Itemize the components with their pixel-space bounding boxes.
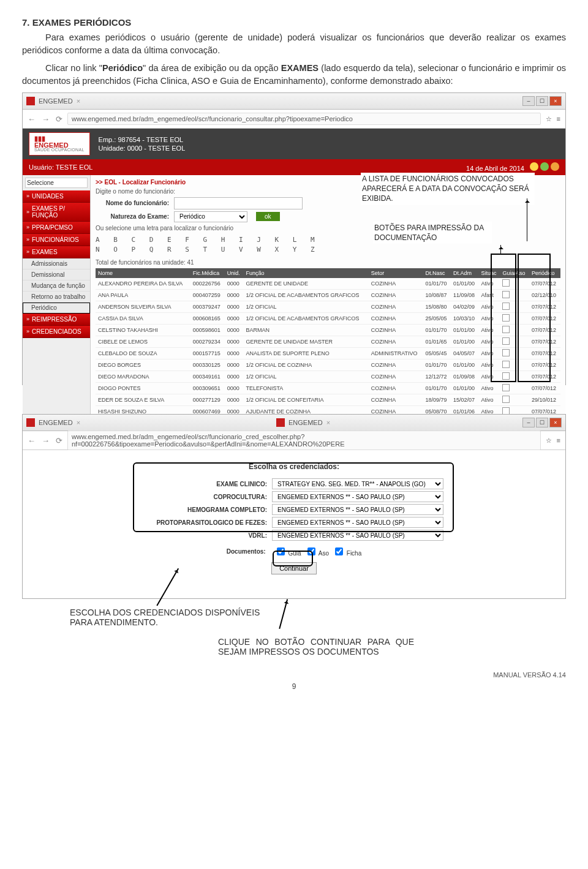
section-title: 7. EXAMES PERIÓDICOS — [22, 17, 566, 28]
window-controls[interactable]: –☐× — [522, 418, 562, 427]
svg-rect-2 — [276, 418, 285, 427]
credenciado-select[interactable]: ENGEMED EXTERNOS ** - SAO PAULO (SP) — [272, 517, 443, 528]
doc-icon[interactable] — [502, 372, 510, 380]
form2-title: Escolha os credenciados: — [23, 462, 565, 471]
table-row[interactable]: ANA PAULA00040725900001/2 OFICIAL DE ACA… — [96, 289, 560, 301]
svg-rect-0 — [26, 97, 35, 105]
svg-rect-1 — [26, 418, 35, 427]
url-field-2[interactable]: www.engemed.med.br/adm_engemed/eol/scr/f… — [67, 431, 541, 450]
sidebar-item-exames-funcao[interactable]: »EXAMES P/ FUNÇÃO — [23, 203, 90, 222]
sidebar-item-reimpressao[interactable]: »REIMPRESSÃO — [23, 314, 90, 326]
natureza-select[interactable]: Periódico — [174, 211, 247, 222]
sidebar-item-funcionarios[interactable]: »FUNCIONÁRIOS — [23, 234, 90, 246]
credenciado-select[interactable]: ENGEMED EXTERNOS ** - SAO PAULO (SP) — [272, 504, 443, 515]
sidebar-select[interactable]: Selecione — [25, 178, 88, 188]
callout-botoes: BOTÕES PARA IMPRESSÃO DA DOCUMENTAÇÃO — [373, 222, 492, 244]
callout-lista: A LISTA DE FUNCIONÁRIOS CONVOCADOS APARE… — [361, 173, 535, 205]
reload-icon[interactable]: ⟳ — [56, 115, 62, 124]
table-row[interactable]: CELSTINO TAKAHASHI0005986010000BARMANCOZ… — [96, 324, 560, 336]
table-row[interactable]: EDER DE SOUZA E SILVA00027712900001/2 OF… — [96, 394, 560, 405]
window-controls[interactable]: –☐× — [522, 96, 562, 106]
fwd-icon[interactable]: → — [42, 115, 50, 124]
callout-escolha: ESCOLHA DOS CREDENCIADOS DISPONÍVEIS PAR… — [70, 608, 278, 627]
callout-continuar: CLIQUE NO BOTÃO CONTINUAR PARA QUE SEJAM… — [218, 637, 414, 656]
sub-periodico[interactable]: Periódico — [23, 303, 90, 314]
table-row[interactable]: DIEGO BORGES00033012500001/2 OFICIAL DE … — [96, 359, 560, 371]
credenciado-select[interactable]: ENGEMED EXTERNOS ** - SAO PAULO (SP) — [272, 530, 443, 541]
sidebar-item-exames[interactable]: »EXAMES — [23, 246, 90, 258]
doc-icon[interactable] — [502, 361, 510, 368]
table-row[interactable]: DIEGO MARADONA00034916100001/2 OFICIALCO… — [96, 371, 560, 382]
doc-icon[interactable] — [502, 314, 510, 322]
screenshot-1: ENGEMED× –☐× ←→⟳ www.engemed.med.br/adm_… — [22, 92, 566, 385]
doc-icon[interactable] — [502, 291, 510, 298]
url-field[interactable]: www.engemed.med.br/adm_engemed/eol/scr/f… — [67, 113, 541, 125]
doc-icon[interactable] — [502, 337, 510, 345]
sub-retorno[interactable]: Retorno ao trabalho — [23, 292, 90, 303]
continuar-button[interactable]: Continuar — [271, 562, 317, 574]
screenshot-2: ENGEMED× ENGEMED× –☐× ←→⟳ www.engemed.me… — [22, 414, 566, 599]
doc-icon[interactable] — [502, 349, 510, 356]
doc-icon[interactable] — [502, 396, 510, 403]
table-row[interactable]: ANDERSON SILVEIRA SILVA00037924700001/2 … — [96, 301, 560, 312]
doc-checkbox[interactable] — [277, 547, 285, 555]
doc-icon[interactable] — [502, 384, 510, 391]
sidebar-item-ppra[interactable]: »PPRA/PCMSO — [23, 222, 90, 234]
table-row[interactable]: CASSIA DA SILVA00060816500001/2 OFICIAL … — [96, 312, 560, 324]
logo: ▮▮▮ENGEMEDSAÚDE OCUPACIONAL — [29, 132, 90, 156]
sub-demissional[interactable]: Demissional — [23, 269, 90, 280]
footer-version: MANUAL VERSÃO 4.14 — [22, 671, 566, 679]
doc-checkbox[interactable] — [307, 547, 315, 555]
sidebar: Selecione »UNIDADES »EXAMES P/ FUNÇÃO »P… — [23, 175, 91, 445]
page-number: 9 — [22, 682, 566, 691]
back-icon[interactable]: ← — [28, 115, 36, 124]
sidebar-item-unidades[interactable]: »UNIDADES — [23, 190, 90, 203]
sub-admissionais[interactable]: Admissionais — [23, 258, 90, 269]
credenciado-select[interactable]: STRATEGY ENG. SEG. MED. TR** - ANAPOLIS … — [272, 478, 443, 489]
ok-button[interactable]: ok — [256, 212, 280, 221]
doc-icon[interactable] — [502, 303, 510, 310]
table-row[interactable]: ALEXANDRO PEREIRA DA SILVA0002267560000G… — [96, 278, 560, 290]
credenciado-select[interactable]: ENGEMED EXTERNOS ** - SAO PAULO (SP) — [272, 491, 443, 502]
table-row[interactable]: DIOGO PONTES0003096510000TELEFONISTACOZI… — [96, 382, 560, 394]
paragraph-1: Para exames periódicos o usuário (gerent… — [22, 31, 566, 57]
doc-icon[interactable] — [502, 407, 510, 415]
sub-mudanca[interactable]: Mudança de função — [23, 280, 90, 292]
table-row[interactable]: CIBELE DE LEMOS0002792340000GERENTE DE U… — [96, 336, 560, 347]
paragraph-2: Clicar no link "Periódico" da área de ex… — [22, 62, 566, 88]
doc-checkbox[interactable] — [335, 547, 343, 555]
doc-icon[interactable] — [502, 326, 510, 333]
sidebar-item-credenciados[interactable]: »CREDENCIADOS — [23, 326, 90, 338]
doc-icon[interactable] — [502, 279, 510, 287]
nome-input[interactable] — [174, 197, 303, 209]
table-row[interactable]: CLEBALDO DE SOUZA0001577150000ANALISTA D… — [96, 347, 560, 359]
